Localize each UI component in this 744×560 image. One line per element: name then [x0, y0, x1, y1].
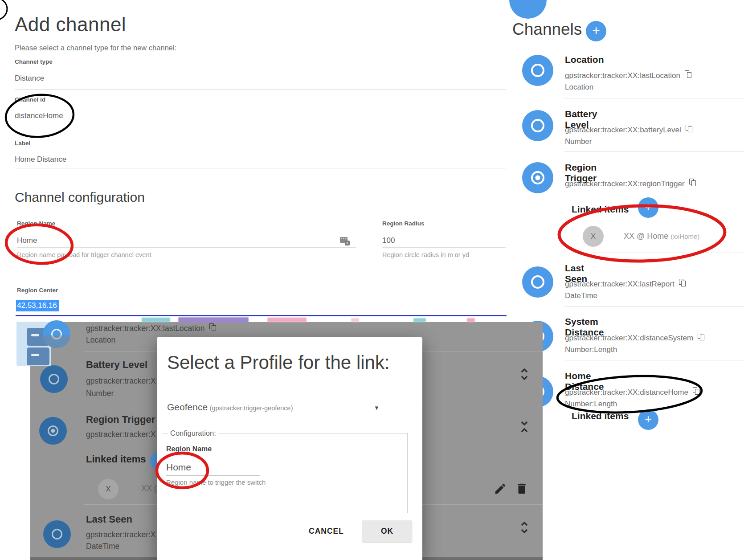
copy-icon[interactable]: [679, 279, 686, 286]
copy-icon[interactable]: [698, 333, 704, 340]
dimmed-linked-item-label: XX (: [141, 484, 157, 493]
artifact-blob: [351, 318, 359, 322]
last-seen-channel-icon: [522, 266, 553, 298]
dimmed-channel-uri: gpstracker:tracker:XX:lastLocation: [86, 323, 216, 333]
dimmed-channel-title: Battery Level: [86, 359, 147, 371]
ok-button[interactable]: OK: [362, 520, 412, 542]
select-underline: [167, 415, 381, 415]
configuration-fieldset: Configuration: Region Name Home Region n…: [162, 433, 408, 513]
divider: [564, 98, 744, 98]
channel-type: Number:Length: [565, 345, 617, 354]
unfold-less-icon: [519, 420, 530, 434]
copy-icon[interactable]: [686, 125, 692, 132]
label-underline: [15, 168, 506, 168]
channel-id-underline: [15, 129, 506, 129]
region-name-hint: Region name payload for trigger channel …: [17, 251, 151, 258]
dimmed-channel-type: DateTime: [86, 542, 119, 551]
add-linked-item-button-2[interactable]: +: [638, 409, 658, 430]
add-linked-item-button[interactable]: +: [638, 197, 658, 218]
channel-type-underline: [15, 89, 506, 90]
channel-id-label: Channel id: [15, 96, 45, 103]
config-section-title: Channel configuration: [15, 190, 145, 205]
cancel-button[interactable]: CANCEL: [303, 520, 350, 542]
copy-icon[interactable]: [693, 387, 699, 395]
dialog-title: Select a Profile for the link:: [167, 352, 390, 373]
dimmed-channel-title: Last Seen: [86, 514, 132, 525]
location-channel-icon: [522, 55, 553, 86]
dialog-region-name-input[interactable]: Home: [166, 462, 191, 473]
channel-type: Location: [565, 83, 593, 92]
channel-uri: gpstracker:tracker:XX:regionTrigger: [565, 179, 696, 188]
label-field-label: Label: [15, 140, 30, 147]
region-center-label: Region Center: [17, 287, 58, 294]
region-radius-input[interactable]: 100: [382, 236, 395, 245]
linked-items-heading-2: Linked items: [572, 411, 629, 421]
unfold-more-icon: [519, 520, 530, 535]
region-name-underline: [17, 247, 356, 248]
dimmed-linked-item-avatar: X: [98, 479, 119, 499]
channel-type-label: Channel type: [15, 58, 53, 65]
region-radius-label: Region Radius: [382, 220, 425, 227]
edit-pencil-icon: [494, 482, 507, 495]
region-name-input[interactable]: Home: [17, 236, 37, 245]
profile-select-detail: (gpstracker:trigger-geofence): [210, 405, 293, 412]
divider: [564, 151, 744, 152]
divider: [564, 307, 744, 307]
channel-uri: gpstracker:tracker:XX:distanceHome: [565, 387, 699, 397]
divider: [564, 360, 744, 360]
dimmed-channel-type: Number: [86, 389, 114, 398]
channel-uri: gpstracker:tracker:XX:lastLocation: [565, 70, 691, 80]
dialog-region-name-hint: Region name to trigger the switch: [166, 478, 266, 486]
dialog-region-name-label: Region Name: [166, 445, 212, 453]
add-channel-button[interactable]: +: [586, 21, 606, 41]
channel-uri: gpstracker:tracker:XX:lastReport: [565, 279, 686, 289]
delete-trash-icon: [515, 482, 528, 495]
channel-id-input[interactable]: distanceHome: [15, 111, 63, 120]
dimmed-channel-uri: gpstracker:tracker:X: [86, 376, 156, 386]
dimmed-linked-items-heading: Linked items: [86, 454, 146, 465]
copy-icon[interactable]: [689, 179, 696, 186]
channel-type-select[interactable]: Distance: [15, 74, 44, 83]
dimmed-channel-title: Region Trigger: [86, 414, 155, 425]
screenshot-root: Add channel Please select a channel type…: [0, 0, 744, 560]
profile-select-value: Geofence: [167, 402, 208, 412]
region-center-input[interactable]: 42.53,16.16: [16, 300, 59, 311]
dimmed-channel-type: Location: [86, 335, 115, 345]
annotation-arc-fragment: [0, 0, 7, 20]
channel-uri: gpstracker:tracker:XX:batteryLevel: [565, 125, 692, 135]
configuration-legend: Configuration:: [168, 429, 218, 437]
linked-items-heading: Linked items: [572, 204, 629, 215]
dimmed-channel-uri: gpstracker:tracker:X: [86, 530, 156, 540]
dropdown-caret-icon[interactable]: ▼: [374, 405, 380, 411]
page-title: Add channel: [15, 13, 126, 36]
annotation-red-ellipse-region-name: [5, 223, 74, 266]
profile-dialog: Select a Profile for the link: Geofence …: [157, 337, 422, 560]
region-trigger-channel-icon: [39, 417, 67, 445]
artifact-blob: [267, 318, 307, 322]
region-trigger-channel-icon: [522, 162, 553, 193]
copy-icon[interactable]: [685, 70, 691, 78]
label-field-input[interactable]: Home Distance: [15, 155, 66, 164]
linked-item-suffix: (xxHome): [670, 233, 699, 240]
channel-uri: gpstracker:tracker:XX:distanceSystem: [565, 333, 704, 343]
profile-select[interactable]: Geofence (gpstracker:trigger-geofence): [167, 402, 381, 413]
channel-type: Number:Length: [565, 400, 617, 409]
battery-channel-icon: [522, 110, 553, 141]
numeric-input-icon[interactable]: 3: [340, 237, 350, 245]
unfold-more-icon: [519, 367, 530, 381]
linked-item-label: XX @ Home (xxHome): [624, 232, 699, 241]
channel-type: Number: [565, 137, 592, 146]
region-radius-hint: Region circle radius in m or yd: [382, 251, 469, 258]
battery-channel-icon: [40, 365, 68, 393]
divider: [570, 253, 744, 253]
region-name-label: Region Name: [17, 220, 55, 227]
last-seen-channel-icon: [43, 520, 71, 548]
cutoff-fab-circle: [509, 0, 547, 19]
location-channel-icon: [43, 320, 70, 348]
region-radius-underline: [382, 247, 506, 248]
channels-panel-title: Channels: [512, 20, 582, 39]
dialog-input-underline: [166, 475, 260, 476]
linked-item-avatar: X: [583, 226, 604, 247]
artifact-blob: [142, 318, 170, 322]
dimmed-channel-uri: gpstracker:tracker:X: [86, 430, 156, 439]
